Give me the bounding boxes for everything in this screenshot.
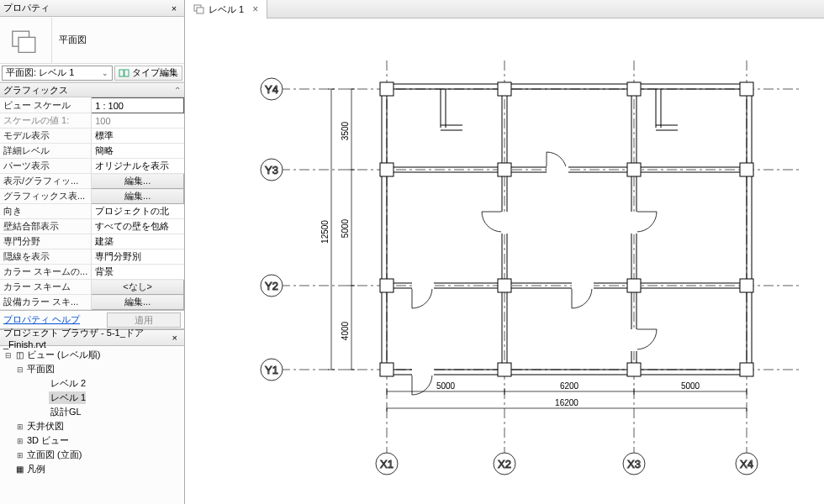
tree-root-views[interactable]: ⊟◫ビュー (レベル順) [0, 348, 184, 362]
prop-row-model-display: モデル表示標準 [0, 129, 184, 144]
svg-text:Y4: Y4 [265, 83, 278, 96]
close-icon[interactable]: × [167, 3, 181, 13]
svg-text:Y3: Y3 [265, 164, 278, 176]
svg-rect-53 [498, 163, 511, 176]
properties-header: プロパティ × [0, 0, 184, 17]
tree-ceiling-plans[interactable]: ⊞天井伏図 [0, 419, 184, 433]
prop-row-parts-display: パーツ表示オリジナルを表示 [0, 159, 184, 174]
tree-elevations[interactable]: ⊞立面図 (立面) [0, 448, 184, 462]
svg-rect-50 [627, 82, 641, 96]
tree-level2[interactable]: レベル 2 [0, 376, 184, 391]
plan-view-icon [0, 18, 52, 63]
instance-selector[interactable]: 平面図: レベル 1 ⌄ [2, 66, 113, 81]
prop-row-orientation: 向きプロジェクトの北 [0, 204, 184, 219]
svg-rect-48 [380, 82, 394, 96]
svg-text:16200: 16200 [555, 398, 578, 407]
close-icon[interactable]: × [247, 3, 258, 15]
view-tabbar: レベル 1 × [185, 0, 824, 18]
svg-rect-31 [387, 89, 747, 370]
group-graphics[interactable]: グラフィックス ⌃ [0, 82, 184, 97]
svg-text:X3: X3 [627, 458, 641, 470]
svg-text:5000: 5000 [436, 381, 456, 391]
svg-text:6200: 6200 [560, 381, 579, 391]
prop-row-mep-color: 設備カラー スキ...編集... [0, 295, 184, 310]
svg-rect-54 [627, 163, 641, 176]
tree-3d-views[interactable]: ⊞3D ビュー [0, 433, 184, 448]
svg-rect-59 [740, 279, 753, 292]
prop-row-view-scale: ビュー スケール1 : 100 [0, 98, 184, 113]
svg-text:5000: 5000 [341, 218, 350, 238]
properties-help-link[interactable]: プロパティ ヘルプ [3, 313, 80, 326]
svg-text:X1: X1 [380, 458, 394, 470]
prop-row-color-scheme-loc: カラー スキームの...背景 [0, 265, 184, 280]
browser-title: プロジェクト ブラウザ - 5-1_ドア_Finish.rvt [3, 327, 169, 349]
apply-button[interactable]: 適用 [107, 312, 181, 328]
svg-text:Y1: Y1 [265, 364, 278, 376]
prop-row-detail-level: 詳細レベル簡略 [0, 144, 184, 159]
svg-rect-62 [627, 363, 641, 376]
legend-icon: ▦ [13, 465, 25, 474]
tab-level1[interactable]: レベル 1 × [185, 0, 267, 18]
svg-text:3500: 3500 [341, 121, 350, 140]
tree-legends[interactable]: ▦凡例 [0, 462, 184, 476]
project-browser-header: プロジェクト ブラウザ - 5-1_ドア_Finish.rvt × [0, 329, 184, 346]
project-browser-tree: ⊟◫ビュー (レベル順) ⊟平面図 レベル 2 レベル 1 設計GL ⊞天井伏図… [0, 346, 184, 486]
prop-row-graphics-display: グラフィックス表...編集... [0, 189, 184, 204]
prop-row-visibility: 表示/グラフィッ...編集... [0, 174, 184, 189]
svg-rect-3 [124, 70, 129, 76]
svg-rect-58 [627, 279, 641, 292]
svg-rect-61 [498, 363, 511, 376]
svg-text:5000: 5000 [681, 381, 700, 391]
svg-text:X2: X2 [498, 458, 511, 470]
tree-plan-views[interactable]: ⊟平面図 [0, 362, 184, 376]
svg-rect-1 [18, 37, 35, 52]
svg-text:X4: X4 [740, 458, 753, 470]
chevron-down-icon: ⌄ [102, 69, 108, 77]
svg-text:Y2: Y2 [265, 280, 278, 292]
prop-row-discipline: 専門分野建築 [0, 234, 184, 249]
type-preview[interactable]: 平面図 [0, 17, 184, 64]
properties-title: プロパティ [3, 2, 167, 14]
svg-rect-52 [380, 163, 394, 176]
svg-rect-30 [382, 84, 752, 375]
prop-row-hidden-lines: 隠線を表示専門分野別 [0, 249, 184, 265]
svg-rect-51 [740, 82, 753, 96]
drawing-canvas[interactable]: Y1 Y2 Y3 Y4 X1 X2 X3 X4 4000 5000 3500 1… [185, 18, 824, 504]
svg-rect-56 [380, 279, 394, 292]
edit-type-button[interactable]: タイプ編集 [114, 66, 182, 81]
svg-text:12500: 12500 [320, 220, 330, 244]
svg-text:4000: 4000 [341, 321, 350, 340]
svg-rect-2 [119, 70, 124, 76]
tree-level1[interactable]: レベル 1 [0, 391, 184, 405]
collapse-icon: ⌃ [174, 86, 181, 95]
prop-row-color-scheme: カラー スキーム<なし> [0, 280, 184, 295]
svg-rect-55 [740, 163, 753, 176]
family-label: 平面図 [52, 34, 184, 46]
svg-rect-60 [380, 363, 394, 376]
prop-row-wall-join: 壁結合部表示すべての壁を包絡 [0, 219, 184, 234]
views-icon: ◫ [13, 350, 25, 360]
close-icon[interactable]: × [169, 333, 181, 343]
svg-rect-49 [498, 82, 511, 96]
edit-type-icon [119, 68, 130, 78]
prop-row-scale-value: スケールの値 1:100 [0, 113, 184, 129]
svg-rect-57 [498, 279, 511, 292]
tree-gl[interactable]: 設計GL [0, 405, 184, 419]
plan-view-icon [193, 4, 205, 14]
svg-rect-5 [197, 8, 203, 13]
svg-rect-63 [740, 363, 753, 376]
